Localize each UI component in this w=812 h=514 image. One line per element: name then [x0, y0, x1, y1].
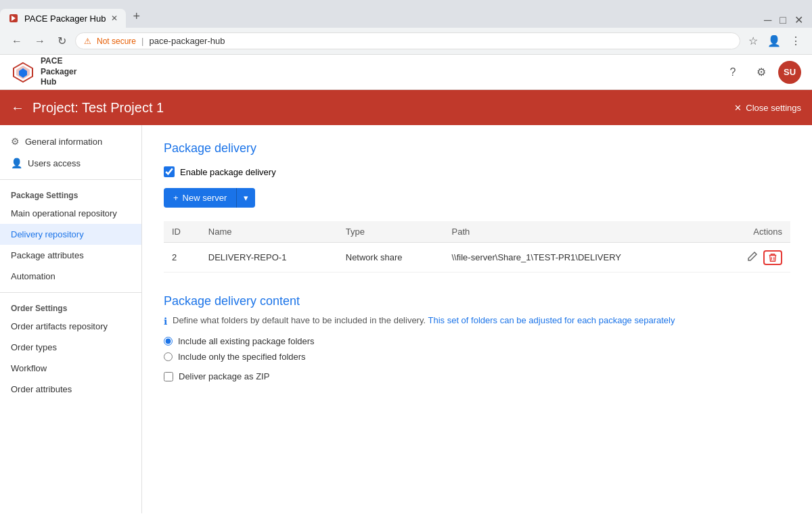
- user-avatar-button[interactable]: SU: [778, 61, 801, 84]
- package-settings-section: Package Settings: [0, 185, 141, 203]
- main-content: Package delivery Enable package delivery…: [142, 125, 812, 513]
- col-header-actions: Actions: [714, 221, 790, 243]
- dropdown-chevron-icon: ▾: [244, 193, 248, 203]
- deliver-zip-checkbox[interactable]: [164, 372, 173, 381]
- sidebar-item-package-attributes[interactable]: Package attributes: [0, 245, 141, 266]
- url-separator: |: [141, 36, 143, 46]
- radio-specified-label: Include only the specified folders: [178, 352, 306, 362]
- tab-favicon-icon: [8, 13, 19, 24]
- maximize-button[interactable]: □: [776, 13, 790, 28]
- sidebar-item-order-attributes[interactable]: Order attributes: [0, 379, 141, 400]
- close-settings-x-icon: ✕: [734, 103, 742, 113]
- radio-all-folders[interactable]: [164, 337, 173, 346]
- url-text: pace-packager-hub: [149, 36, 225, 46]
- package-delivery-title: Package delivery: [164, 141, 790, 156]
- info-circle-icon: ℹ: [164, 316, 167, 327]
- radio-row-all: Include all existing package folders: [164, 336, 790, 346]
- new-server-label: New server: [183, 193, 227, 203]
- sidebar-item-label-delivery-repo: Delivery repository: [11, 229, 84, 239]
- logo-text: PACE Packager Hub: [41, 56, 76, 88]
- sidebar-item-users-access[interactable]: 👤 Users access: [0, 152, 141, 174]
- bookmark-button[interactable]: ☆: [746, 32, 761, 50]
- help-button[interactable]: ?: [721, 61, 744, 84]
- sidebar-item-main-repo[interactable]: Main operational repository: [0, 203, 141, 224]
- project-header: ← Project: Test Project 1 ✕ Close settin…: [0, 90, 812, 125]
- delete-icon: [768, 253, 777, 262]
- close-settings-button[interactable]: ✕ Close settings: [734, 103, 801, 113]
- sidebar-item-delivery-repo[interactable]: Delivery repository: [0, 224, 141, 245]
- logo-icon: [11, 60, 35, 85]
- profile-button[interactable]: 👤: [765, 32, 784, 50]
- radio-group-folders: Include all existing package folders Inc…: [164, 336, 790, 362]
- refresh-button[interactable]: ↻: [54, 33, 70, 49]
- delete-row-button[interactable]: [763, 250, 782, 265]
- order-settings-section: Order Settings: [0, 298, 141, 316]
- users-access-icon: 👤: [11, 158, 22, 168]
- enable-delivery-checkbox[interactable]: [164, 166, 175, 177]
- not-secure-icon: ⚠: [84, 37, 91, 46]
- close-window-button[interactable]: ✕: [791, 12, 807, 28]
- radio-row-specified: Include only the specified folders: [164, 352, 790, 362]
- not-secure-label: Not secure: [97, 37, 136, 46]
- sidebar-item-label-package-attr: Package attributes: [11, 250, 84, 260]
- new-server-button[interactable]: + New server: [164, 188, 236, 208]
- app-header: PACE Packager Hub ? ⚙ SU: [0, 55, 812, 90]
- deliver-zip-label: Deliver package as ZIP: [179, 371, 269, 381]
- sidebar-item-label-automation: Automation: [11, 271, 55, 281]
- edit-icon: [747, 251, 758, 262]
- sidebar-item-automation[interactable]: Automation: [0, 266, 141, 287]
- col-header-type: Type: [338, 221, 444, 243]
- sidebar-item-label-order-attr: Order attributes: [11, 384, 72, 394]
- app-logo: PACE Packager Hub: [11, 56, 76, 88]
- sidebar: ⚙ General information 👤 Users access Pac…: [0, 125, 142, 513]
- new-tab-button[interactable]: +: [126, 5, 147, 28]
- cell-actions: [714, 243, 790, 273]
- delivery-repo-table: ID Name Type Path Actions 2 DELIVERY-REP…: [164, 221, 790, 273]
- sidebar-item-general-information[interactable]: ⚙ General information: [0, 131, 141, 152]
- info-text: Define what folders by default have to b…: [173, 315, 675, 325]
- cell-path: \\file-server\Share_1\TEST-PR1\DELIVERY: [444, 243, 714, 273]
- new-server-btn-group: + New server ▾: [164, 188, 790, 208]
- tab-close-button[interactable]: ✕: [111, 14, 118, 23]
- close-settings-label: Close settings: [746, 103, 801, 113]
- browser-tab[interactable]: PACE Packager Hub ✕: [0, 9, 126, 28]
- sidebar-item-order-types[interactable]: Order types: [0, 337, 141, 358]
- forward-button[interactable]: →: [31, 34, 49, 49]
- minimize-button[interactable]: ─: [761, 13, 775, 28]
- sidebar-item-label-order-artifacts: Order artifacts repository: [11, 321, 108, 331]
- info-row: ℹ Define what folders by default have to…: [164, 315, 790, 327]
- sidebar-divider-2: [0, 292, 141, 293]
- project-back-button[interactable]: ←: [11, 100, 24, 116]
- tab-title: PACE Packager Hub: [24, 14, 106, 24]
- sidebar-item-label-workflow: Workflow: [11, 363, 47, 373]
- new-server-dropdown-button[interactable]: ▾: [236, 188, 255, 208]
- cell-id: 2: [164, 243, 200, 273]
- col-header-path: Path: [444, 221, 714, 243]
- enable-delivery-row: Enable package delivery: [164, 166, 790, 177]
- project-title: Project: Test Project 1: [32, 100, 734, 116]
- cell-type: Network share: [338, 243, 444, 273]
- back-button[interactable]: ←: [8, 34, 26, 49]
- sidebar-item-label-main-repo: Main operational repository: [11, 208, 117, 218]
- new-server-icon: +: [173, 193, 179, 203]
- sidebar-item-label-order-types: Order types: [11, 342, 57, 352]
- general-info-icon: ⚙: [11, 136, 20, 147]
- package-delivery-content-title: Package delivery content: [164, 294, 790, 308]
- sidebar-item-label-general: General information: [25, 137, 102, 147]
- cell-name: DELIVERY-REPO-1: [200, 243, 338, 273]
- edit-row-button[interactable]: [746, 250, 759, 265]
- deliver-zip-row: Deliver package as ZIP: [164, 371, 790, 381]
- table-row: 2 DELIVERY-REPO-1 Network share \\file-s…: [164, 243, 790, 273]
- menu-button[interactable]: ⋮: [788, 32, 804, 50]
- enable-delivery-label: Enable package delivery: [180, 167, 276, 177]
- sidebar-item-order-artifacts[interactable]: Order artifacts repository: [0, 316, 141, 337]
- address-bar-input[interactable]: ⚠ Not secure | pace-packager-hub: [75, 32, 740, 49]
- sidebar-item-workflow[interactable]: Workflow: [0, 358, 141, 379]
- col-header-name: Name: [200, 221, 338, 243]
- sidebar-item-label-users: Users access: [28, 158, 81, 168]
- radio-all-label: Include all existing package folders: [178, 336, 315, 346]
- settings-button[interactable]: ⚙: [750, 61, 773, 84]
- sidebar-divider-1: [0, 179, 141, 180]
- radio-specified-folders[interactable]: [164, 352, 173, 361]
- col-header-id: ID: [164, 221, 200, 243]
